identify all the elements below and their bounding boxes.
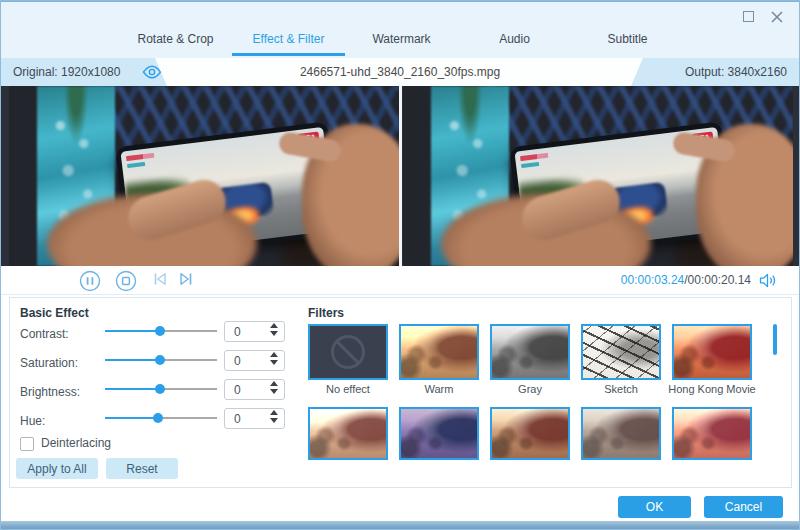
brightness-slider-handle[interactable]	[155, 384, 165, 394]
tab-subtitle[interactable]: Subtitle	[571, 26, 684, 56]
maximize-button[interactable]	[741, 9, 757, 25]
saturation-value-input[interactable]	[225, 354, 259, 368]
filter-label: Warm	[391, 383, 487, 395]
filter-thumb-row2-2[interactable]	[399, 407, 479, 460]
video-frame: 251	[9, 86, 399, 266]
spinner-down-icon[interactable]	[270, 389, 278, 394]
time-display: 00:00:03.24/00:00:20.14	[621, 266, 751, 295]
basic-effect-title: Basic Effect	[20, 306, 89, 320]
pause-icon	[79, 270, 101, 292]
saturation-slider[interactable]	[105, 354, 217, 366]
contrast-label: Contrast:	[20, 327, 69, 341]
spinner-up-icon[interactable]	[270, 381, 278, 386]
filter-label: Gray	[482, 383, 578, 395]
close-icon	[769, 9, 785, 25]
hue-value-input[interactable]	[225, 412, 259, 426]
spinner-up-icon[interactable]	[270, 410, 278, 415]
tab-bar: Rotate & Crop Effect & Filter Watermark …	[119, 26, 684, 56]
current-time: 00:00:03.24	[621, 273, 684, 287]
preview-divider	[399, 86, 402, 266]
player-bar: 00:00:03.24/00:00:20.14	[1, 266, 799, 295]
brightness-label: Brightness:	[20, 385, 80, 399]
original-resolution-label: Original: 1920x1080	[13, 65, 120, 79]
contrast-spinner	[224, 321, 285, 342]
filter-thumb-no-effect[interactable]	[308, 324, 388, 380]
cancel-button[interactable]: Cancel	[704, 496, 783, 518]
saturation-slider-handle[interactable]	[155, 355, 165, 365]
filters-scrollbar[interactable]	[773, 324, 777, 355]
preview-pane-output: 251	[403, 86, 793, 266]
brightness-spinner	[224, 379, 285, 400]
spinner-down-icon[interactable]	[270, 360, 278, 365]
previous-frame-icon	[150, 270, 170, 288]
prohibition-icon	[331, 335, 365, 369]
hue-label: Hue:	[20, 414, 45, 428]
tab-rotate-crop[interactable]: Rotate & Crop	[119, 26, 232, 56]
tab-watermark[interactable]: Watermark	[345, 26, 458, 56]
filter-thumb-row2-3[interactable]	[490, 407, 570, 460]
filter-label: Hong Kong Movie	[664, 383, 760, 395]
filter-thumb-gray[interactable]	[490, 324, 570, 380]
filter-label: Sketch	[573, 383, 669, 395]
previous-frame-button[interactable]	[150, 270, 172, 292]
hue-slider-handle[interactable]	[153, 413, 163, 423]
video-frame: 251	[403, 86, 793, 266]
saturation-label: Saturation:	[20, 356, 78, 370]
filter-thumb-warm[interactable]	[399, 324, 479, 380]
ok-button[interactable]: OK	[618, 496, 691, 518]
original-resolution-chip: Original: 1920x1080	[1, 58, 167, 86]
contrast-slider[interactable]	[105, 325, 217, 337]
output-resolution-chip: Output: 3840x2160	[631, 58, 799, 86]
volume-icon	[759, 273, 777, 288]
output-resolution-label: Output: 3840x2160	[685, 65, 787, 79]
filter-thumb-hong-kong-movie[interactable]	[672, 324, 752, 380]
effect-filter-dialog: Rotate & Crop Effect & Filter Watermark …	[0, 0, 800, 530]
deinterlacing-checkbox[interactable]	[20, 437, 34, 451]
spinner-down-icon[interactable]	[270, 418, 278, 423]
next-frame-icon	[176, 270, 196, 288]
total-time: /00:00:20.14	[684, 273, 751, 287]
window-bottom-strip	[1, 521, 799, 530]
tab-audio[interactable]: Audio	[458, 26, 571, 56]
info-bar: Original: 1920x1080 2466571-uhd_3840_216…	[1, 58, 799, 86]
maximize-icon	[743, 11, 754, 22]
preview-eye-icon[interactable]	[142, 65, 162, 79]
stop-button[interactable]	[115, 270, 137, 292]
contrast-slider-handle[interactable]	[155, 326, 165, 336]
next-frame-button[interactable]	[176, 270, 198, 292]
contrast-value-input[interactable]	[225, 325, 259, 339]
close-button[interactable]	[769, 9, 785, 25]
filter-label: No effect	[300, 383, 396, 395]
deinterlacing-label: Deinterlacing	[41, 436, 111, 450]
filter-thumb-sketch[interactable]	[581, 324, 661, 380]
brightness-slider[interactable]	[105, 383, 217, 395]
brightness-value-input[interactable]	[225, 383, 259, 397]
video-preview-area: 251	[1, 86, 799, 266]
spinner-up-icon[interactable]	[270, 323, 278, 328]
reset-button[interactable]: Reset	[106, 458, 178, 479]
filter-thumb-row2-5[interactable]	[672, 407, 752, 460]
effects-panel: Basic Effect Contrast: Saturation: Brig	[9, 297, 792, 488]
video-filename: 2466571-uhd_3840_2160_30fps.mpg	[201, 58, 599, 86]
volume-button[interactable]	[759, 273, 777, 292]
filter-thumb-row2-1[interactable]	[308, 407, 388, 460]
preview-pane-original: 251	[9, 86, 399, 266]
hue-spinner	[224, 408, 285, 429]
spinner-up-icon[interactable]	[270, 352, 278, 357]
pause-button[interactable]	[79, 270, 101, 292]
stop-icon	[115, 270, 137, 292]
tab-effect-filter[interactable]: Effect & Filter	[232, 26, 345, 56]
apply-to-all-button[interactable]: Apply to All	[16, 458, 98, 479]
hue-slider[interactable]	[105, 412, 217, 424]
spinner-down-icon[interactable]	[270, 331, 278, 336]
dialog-header: Rotate & Crop Effect & Filter Watermark …	[1, 1, 799, 58]
saturation-spinner	[224, 350, 285, 371]
filter-thumb-row2-4[interactable]	[581, 407, 661, 460]
filters-title: Filters	[308, 306, 344, 320]
